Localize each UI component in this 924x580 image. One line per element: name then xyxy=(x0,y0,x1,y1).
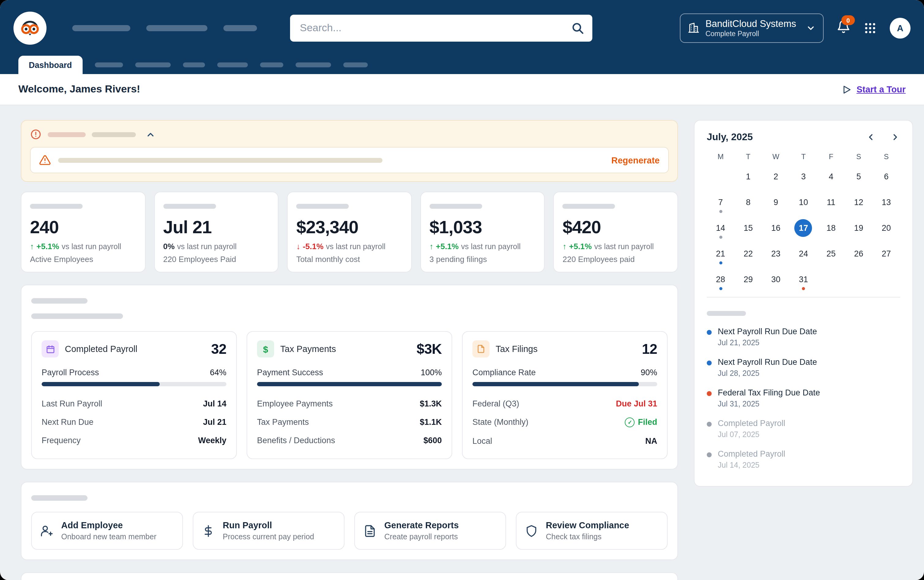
chevron-left-icon xyxy=(866,132,876,142)
card-title: Completed Payroll xyxy=(65,344,137,354)
calendar-day[interactable]: 21 xyxy=(707,241,734,266)
skeleton-bar xyxy=(563,204,615,209)
calendar-day[interactable]: 19 xyxy=(845,215,872,241)
regenerate-button[interactable]: Regenerate xyxy=(611,155,660,165)
trend-up-icon xyxy=(429,242,434,251)
user-avatar[interactable]: A xyxy=(890,17,911,38)
progress-bar xyxy=(472,382,657,386)
action-subtitle: Check tax filings xyxy=(546,532,629,541)
action-title: Run Payroll xyxy=(223,520,314,530)
trend-percent: +5.1% xyxy=(36,242,59,251)
stat-card-monthly-cost: $23,340 -5.1%vs last run payroll Total m… xyxy=(287,191,411,272)
run-payroll-action[interactable]: Run Payroll Process current pay period xyxy=(193,512,345,550)
calendar-day[interactable]: 25 xyxy=(817,241,845,266)
calendar-day[interactable]: 29 xyxy=(734,266,762,292)
detail-row: State (Monthly)Filed xyxy=(472,413,657,432)
action-title: Review Compliance xyxy=(546,520,629,530)
progress-label: Payment Success xyxy=(257,368,323,377)
calendar-day[interactable]: 12 xyxy=(845,189,872,215)
generate-reports-action[interactable]: Generate Reports Create payroll reports xyxy=(354,512,506,550)
tax-filings-card: Tax Filings 12 Compliance Rate90% Federa… xyxy=(462,331,668,459)
calendar-day[interactable]: 24 xyxy=(790,241,817,266)
trend-suffix: vs last run payroll xyxy=(594,242,654,251)
event-item[interactable]: Federal Tax Filing Due Date Jul 31, 2025 xyxy=(707,388,900,408)
event-item[interactable]: Completed Payroll Jul 14, 2025 xyxy=(707,449,900,470)
calendar-day[interactable]: 8 xyxy=(734,189,762,215)
calendar-day[interactable]: 6 xyxy=(873,163,900,189)
calendar-next-button[interactable] xyxy=(890,132,900,142)
calendar-day[interactable]: 13 xyxy=(873,189,900,215)
action-title: Add Employee xyxy=(61,520,156,530)
tab-dashboard[interactable]: Dashboard xyxy=(18,56,82,74)
stat-value: $23,340 xyxy=(296,218,402,237)
calendar-day[interactable]: 15 xyxy=(734,215,762,241)
calendar-day[interactable]: 20 xyxy=(873,215,900,241)
event-title: Next Payroll Run Due Date xyxy=(718,358,817,367)
start-tour-button[interactable]: Start a Tour xyxy=(841,84,906,95)
calendar-day[interactable]: 3 xyxy=(790,163,817,189)
event-title: Completed Payroll xyxy=(718,419,785,428)
calendar-day-empty xyxy=(707,163,734,189)
org-name: BanditCloud Systems xyxy=(705,18,796,30)
calendar-day[interactable]: 23 xyxy=(762,241,790,266)
calendar-day[interactable]: 17 xyxy=(790,215,817,241)
app-logo[interactable] xyxy=(13,12,46,44)
search-icon[interactable] xyxy=(571,21,584,35)
calendar-day[interactable]: 4 xyxy=(817,163,845,189)
calendar-day[interactable]: 28 xyxy=(707,266,734,292)
event-date: Jul 07, 2025 xyxy=(718,430,785,439)
event-dot xyxy=(707,330,712,335)
trend-suffix: vs last run payroll xyxy=(461,242,521,251)
calendar-day[interactable]: 11 xyxy=(817,189,845,215)
event-item[interactable]: Next Payroll Run Due Date Jul 21, 2025 xyxy=(707,327,900,347)
card-value: 32 xyxy=(211,341,227,357)
calendar-day[interactable]: 30 xyxy=(762,266,790,292)
quick-actions-section: Add Employee Onboard new team member Run… xyxy=(21,482,678,560)
card-value: $3K xyxy=(416,341,442,357)
nav-placeholder xyxy=(72,25,257,31)
stat-label: 220 Employees paid xyxy=(563,255,669,264)
org-selector[interactable]: BanditCloud Systems Complete Payroll xyxy=(680,13,824,43)
calendar-day[interactable]: 26 xyxy=(845,241,872,266)
calendar-event-dot xyxy=(719,236,722,239)
calendar-day[interactable]: 7 xyxy=(707,189,734,215)
review-compliance-action[interactable]: Review Compliance Check tax filings xyxy=(516,512,668,550)
top-bar: BanditCloud Systems Complete Payroll 0 xyxy=(0,0,924,74)
skeleton-bar xyxy=(429,204,482,209)
stat-label: Total monthly cost xyxy=(296,255,402,264)
calendar-day[interactable]: 9 xyxy=(762,189,790,215)
progress-value: 100% xyxy=(421,368,442,377)
chevron-up-icon[interactable] xyxy=(146,130,155,139)
skeleton-bar xyxy=(31,313,123,319)
event-item[interactable]: Completed Payroll Jul 07, 2025 xyxy=(707,419,900,439)
notifications-button[interactable]: 0 xyxy=(837,20,850,36)
global-search xyxy=(290,15,592,41)
stat-label: 3 pending filings xyxy=(429,255,536,264)
trend-down-icon xyxy=(296,242,300,251)
calendar-day[interactable]: 1 xyxy=(734,163,762,189)
detail-row: Federal (Q3)Due Jul 31 xyxy=(472,394,657,413)
calendar-prev-button[interactable] xyxy=(866,132,876,142)
calendar-icon xyxy=(42,340,59,358)
stat-value: $420 xyxy=(563,218,669,237)
calendar-event-dot xyxy=(719,261,722,264)
add-employee-action[interactable]: Add Employee Onboard new team member xyxy=(31,512,183,550)
event-item[interactable]: Next Payroll Run Due Date Jul 28, 2025 xyxy=(707,358,900,378)
skeleton-bar xyxy=(30,204,82,209)
calendar-day[interactable]: 31 xyxy=(790,266,817,292)
calendar-day[interactable]: 22 xyxy=(734,241,762,266)
calendar-day[interactable]: 18 xyxy=(817,215,845,241)
stat-value: Jul 21 xyxy=(163,218,269,237)
calendar-day[interactable]: 10 xyxy=(790,189,817,215)
search-input[interactable] xyxy=(290,15,592,41)
event-date: Jul 31, 2025 xyxy=(718,400,820,408)
calendar-day[interactable]: 27 xyxy=(873,241,900,266)
calendar-day[interactable]: 14 xyxy=(707,215,734,241)
calendar-day[interactable]: 2 xyxy=(762,163,790,189)
completed-payroll-card: Completed Payroll 32 Payroll Process64% … xyxy=(31,331,237,459)
skeleton-bar xyxy=(72,25,130,31)
apps-grid-icon[interactable] xyxy=(863,21,877,35)
calendar-day[interactable]: 5 xyxy=(845,163,872,189)
calendar-weekdays: M T W T F S S xyxy=(707,152,900,161)
calendar-day[interactable]: 16 xyxy=(762,215,790,241)
